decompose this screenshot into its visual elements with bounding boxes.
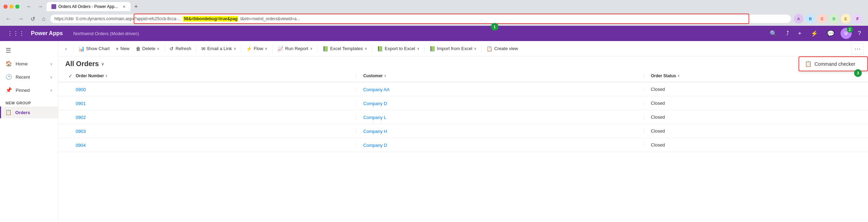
- order-link-1[interactable]: 0901: [76, 101, 86, 106]
- customer-link-1[interactable]: Company D: [363, 101, 387, 106]
- customer-link-4[interactable]: Company D: [363, 143, 387, 148]
- help-btn[interactable]: ?: [855, 29, 864, 38]
- create-view-icon: 📋: [486, 46, 492, 51]
- sidebar-group-label: New Group: [0, 97, 58, 106]
- excel-templates-btn[interactable]: 📗 Excel Templates ∨: [320, 44, 370, 54]
- order-link-3[interactable]: 0903: [76, 129, 86, 134]
- waffle-icon: ⋮⋮⋮: [7, 30, 25, 37]
- browser-nav-refresh[interactable]: ↺: [28, 15, 37, 23]
- order-link-0[interactable]: 0900: [76, 87, 86, 92]
- browser-add-tab-btn[interactable]: +: [132, 3, 140, 10]
- browser-profile-6[interactable]: F: [853, 14, 862, 24]
- browser-forward-btn[interactable]: →: [35, 3, 45, 10]
- dot-yellow[interactable]: [9, 5, 14, 9]
- home-expand-icon: ∨: [50, 62, 52, 66]
- th-order-number: Order Number ∨: [76, 73, 356, 78]
- email-label: Email a Link: [207, 46, 232, 51]
- td-status-2: Closed: [644, 114, 861, 120]
- waffle-menu-btn[interactable]: ⋮⋮⋮: [4, 29, 27, 39]
- td-order-4: 0904: [76, 142, 356, 148]
- td-status-3: Closed: [644, 128, 861, 134]
- browser-address-bar: ← → ↺ ⌂ https://cbtr 0.crm.dynamics.com/…: [3, 13, 865, 26]
- customer-sort-icon[interactable]: ∨: [384, 74, 386, 78]
- chat-btn[interactable]: 💬: [824, 29, 837, 39]
- customer-link-3[interactable]: Company H: [363, 129, 387, 134]
- import-excel-label: Import from Excel: [437, 46, 473, 51]
- sidebar-pinned-label: Pinned: [16, 88, 30, 93]
- run-report-icon: 📈: [277, 46, 283, 51]
- td-order-2: 0902: [76, 114, 356, 120]
- td-status-4: Closed: [644, 142, 861, 148]
- filter-btn[interactable]: ⚡: [808, 29, 821, 39]
- table-row: 0904 Company D Closed: [58, 138, 868, 152]
- dot-red[interactable]: [3, 5, 8, 9]
- status-sort-icon[interactable]: ∨: [677, 74, 680, 78]
- refresh-btn[interactable]: ↺ Refresh: [167, 44, 194, 54]
- import-excel-btn[interactable]: 📗 Import from Excel ∨: [427, 44, 479, 54]
- sidebar: ☰ 🏠 Home ∨ 🕐 Recent ∨ 📌 Pinned ∨ New Gro…: [0, 41, 58, 222]
- browser-tab-bar: ← → Orders All Orders - Power App... ✕ +: [3, 2, 865, 11]
- th-status: Order Status ∨: [644, 73, 861, 78]
- order-link-4[interactable]: 0904: [76, 143, 86, 148]
- command-checker-label[interactable]: Command checker: [815, 61, 856, 67]
- browser-tab[interactable]: Orders All Orders - Power App... ✕: [47, 2, 131, 11]
- circle-badge-2: 2: [847, 26, 853, 33]
- customer-link-2[interactable]: Company L: [363, 115, 386, 120]
- export-excel-btn[interactable]: 📗 Export to Excel ∨: [374, 44, 422, 54]
- view-dropdown-icon[interactable]: ∨: [101, 61, 105, 66]
- delete-dropdown-icon: ∨: [157, 47, 159, 50]
- td-order-3: 0903: [76, 128, 356, 134]
- td-customer-0: Company AA: [356, 87, 643, 92]
- orders-icon: 📋: [5, 109, 12, 116]
- browser-profile-5[interactable]: E: [841, 14, 851, 24]
- dot-green[interactable]: [15, 5, 19, 9]
- browser-tab-close[interactable]: ✕: [123, 5, 126, 9]
- email-icon: ✉: [201, 46, 206, 51]
- address-bar[interactable]: https://cbtr 0.crm.dynamics.com/main.asp…: [50, 15, 791, 23]
- email-dropdown-icon: ∨: [234, 47, 236, 50]
- browser-nav-forward[interactable]: →: [16, 15, 26, 23]
- add-btn[interactable]: +: [795, 29, 804, 38]
- browser-profile-3[interactable]: C: [817, 14, 827, 24]
- sidebar-item-orders[interactable]: 📋 Orders: [0, 106, 58, 118]
- share-btn[interactable]: ⤴: [783, 29, 792, 38]
- user-avatar[interactable]: U 2: [841, 28, 852, 39]
- delete-btn[interactable]: 🗑 Delete ∨: [133, 44, 162, 54]
- browser-profile-1[interactable]: A: [794, 14, 803, 24]
- cmd-more-btn[interactable]: ⋯: [851, 43, 864, 54]
- search-btn[interactable]: 🔍: [767, 29, 780, 39]
- sidebar-item-pinned[interactable]: 📌 Pinned ∨: [0, 84, 58, 97]
- address-suffix: t&etn=nwind_orders&viewid=a...: [240, 16, 300, 21]
- browser-nav-back[interactable]: ←: [3, 15, 13, 23]
- new-btn[interactable]: + New: [113, 44, 132, 54]
- create-view-btn[interactable]: 📋 Create view: [484, 44, 521, 54]
- command-bar: ‹ 📊 Show Chart + New 🗑 Delete ∨ ↺ Refres…: [58, 41, 868, 56]
- browser-back-btn[interactable]: ←: [24, 3, 34, 10]
- import-excel-icon: 📗: [429, 46, 435, 51]
- cmd-separator-2: [164, 45, 165, 53]
- flow-btn[interactable]: ⚡ Flow ∨: [243, 44, 270, 54]
- th-status-label[interactable]: Order Status: [651, 73, 676, 78]
- th-customer-label[interactable]: Customer: [363, 73, 383, 78]
- sidebar-toggle-btn[interactable]: ☰: [0, 44, 58, 57]
- td-status-0: Closed: [644, 87, 861, 92]
- sidebar-item-home[interactable]: 🏠 Home ∨: [0, 57, 58, 70]
- browser-chrome: ← → Orders All Orders - Power App... ✕ +…: [0, 0, 868, 26]
- run-report-btn[interactable]: 📈 Run Report ∨: [275, 44, 315, 54]
- customer-link-0[interactable]: Company AA: [363, 87, 390, 92]
- th-customer: Customer ∨: [356, 73, 643, 78]
- show-chart-btn[interactable]: 📊 Show Chart: [76, 44, 112, 54]
- check-all-icon[interactable]: ✓: [68, 73, 73, 79]
- order-link-2[interactable]: 0902: [76, 115, 86, 120]
- email-link-btn[interactable]: ✉ Email a Link ∨: [199, 44, 239, 54]
- th-order-label[interactable]: Order Number: [76, 73, 104, 78]
- sidebar-orders-label: Orders: [15, 110, 30, 115]
- sidebar-item-recent[interactable]: 🕐 Recent ∨: [0, 70, 58, 84]
- order-sort-icon[interactable]: ∨: [105, 74, 108, 78]
- browser-tab-icon: [51, 4, 56, 9]
- browser-profile-4[interactable]: D: [829, 14, 839, 24]
- view-title: All Orders: [65, 60, 99, 68]
- cmd-back-btn[interactable]: ‹: [62, 45, 70, 53]
- browser-nav-home[interactable]: ⌂: [40, 15, 48, 23]
- browser-profile-2[interactable]: B: [806, 14, 815, 24]
